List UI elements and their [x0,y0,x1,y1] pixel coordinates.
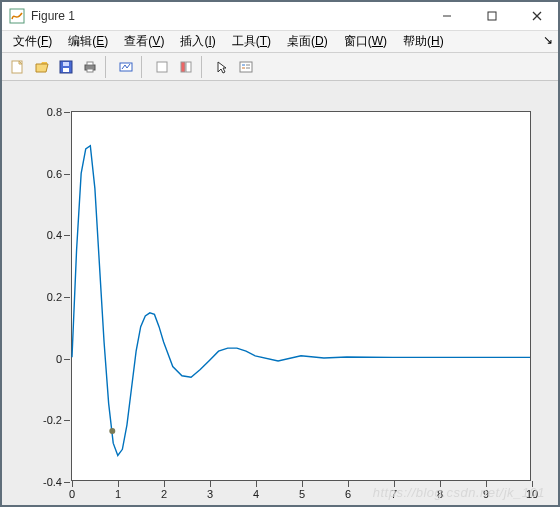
y-tick [64,420,70,421]
new-figure-icon[interactable] [7,56,29,78]
y-tick [64,174,70,175]
save-icon[interactable] [55,56,77,78]
toolbar-separator [105,56,111,78]
x-tick [486,481,487,487]
window-controls [424,1,559,30]
svg-rect-11 [87,62,93,65]
x-tick [256,481,257,487]
y-tick-label: 0 [56,353,62,365]
toolbar-separator [141,56,147,78]
y-tick [64,112,70,113]
x-tick-label: 10 [526,488,538,500]
y-tick-label: -0.4 [43,476,62,488]
matlab-figure-icon [9,8,25,24]
toolbar-separator [201,56,207,78]
x-tick [210,481,211,487]
y-tick [64,235,70,236]
menu-help[interactable]: 帮助(H) [399,33,448,50]
y-tick-label: 0.8 [47,106,62,118]
x-tick-label: 2 [161,488,167,500]
x-tick-label: 6 [345,488,351,500]
open-icon[interactable] [31,56,53,78]
x-tick-label: 5 [299,488,305,500]
x-tick-label: 3 [207,488,213,500]
x-tick-label: 1 [115,488,121,500]
x-tick [118,481,119,487]
x-tick [348,481,349,487]
svg-rect-16 [186,62,191,72]
link-icon[interactable] [115,56,137,78]
svg-rect-0 [10,9,24,23]
svg-rect-15 [181,62,185,72]
toolbar [1,53,559,81]
svg-rect-17 [240,62,252,72]
watermark-text: https://blog.csdn.net/jk_101 [373,485,545,500]
maximize-button[interactable] [469,1,514,30]
figure-canvas[interactable]: -0.4-0.200.20.40.60.8012345678910 https:… [1,81,559,506]
menu-window[interactable]: 窗口(W) [340,33,391,50]
axes[interactable]: -0.4-0.200.20.40.60.8012345678910 [71,111,531,481]
menu-edit[interactable]: 编辑(E) [64,33,112,50]
dock-figure-icon[interactable]: ↘ [543,33,553,47]
y-tick [64,482,70,483]
x-tick-label: 9 [483,488,489,500]
y-tick [64,359,70,360]
y-tick-label: 0.2 [47,291,62,303]
y-tick-label: 0.6 [47,168,62,180]
series-line [72,146,530,456]
menu-file[interactable]: 文件(F) [9,33,56,50]
data-marker [109,428,115,434]
window-title: Figure 1 [31,9,424,23]
insert-legend-icon[interactable] [235,56,257,78]
menubar: 文件(F) 编辑(E) 查看(V) 插入(I) 工具(T) 桌面(D) 窗口(W… [1,31,559,53]
x-tick [164,481,165,487]
y-tick-label: 0.4 [47,229,62,241]
minimize-button[interactable] [424,1,469,30]
x-tick [532,481,533,487]
svg-rect-2 [488,12,496,20]
x-tick [440,481,441,487]
close-button[interactable] [514,1,559,30]
colorbar-icon[interactable] [175,56,197,78]
x-tick [394,481,395,487]
svg-rect-9 [63,62,69,66]
datacursor-icon[interactable] [151,56,173,78]
print-icon[interactable] [79,56,101,78]
svg-rect-14 [157,62,167,72]
menu-view[interactable]: 查看(V) [120,33,168,50]
x-tick [302,481,303,487]
x-tick-label: 8 [437,488,443,500]
line-plot [72,112,530,480]
titlebar[interactable]: Figure 1 [1,1,559,31]
x-tick-label: 0 [69,488,75,500]
x-tick [72,481,73,487]
svg-rect-12 [87,69,93,72]
menu-insert[interactable]: 插入(I) [176,33,219,50]
svg-rect-8 [63,68,69,72]
menu-tools[interactable]: 工具(T) [228,33,275,50]
y-tick [64,297,70,298]
figure-window: Figure 1 文件(F) 编辑(E) 查看(V) 插入(I) 工具(T) 桌… [0,0,560,507]
y-tick-label: -0.2 [43,414,62,426]
x-tick-label: 4 [253,488,259,500]
x-tick-label: 7 [391,488,397,500]
pointer-icon[interactable] [211,56,233,78]
menu-desktop[interactable]: 桌面(D) [283,33,332,50]
